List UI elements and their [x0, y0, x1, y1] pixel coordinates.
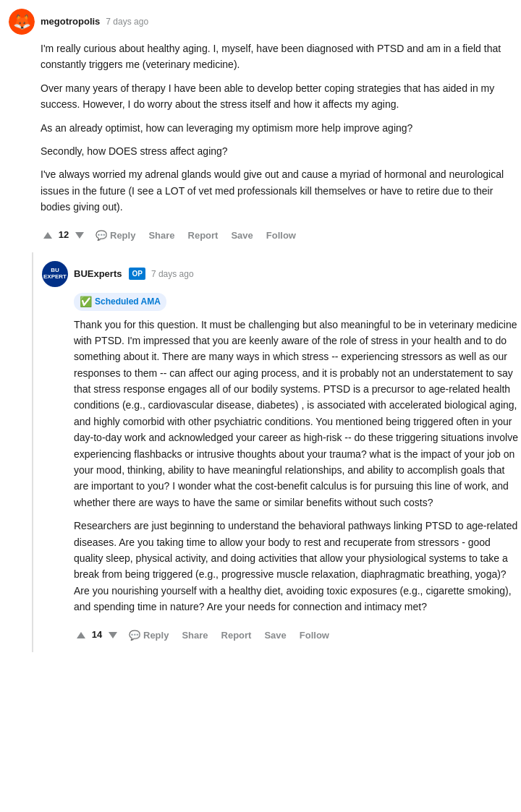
avatar-buexperts: BUEXPERT [42, 261, 68, 287]
op-badge: OP [129, 268, 145, 280]
comment-1-header: 🦊 megotropolis 7 days ago [9, 9, 512, 35]
vote-area-2: 14 [74, 628, 120, 642]
username-buexperts[interactable]: BUExperts [74, 267, 122, 281]
upvote-icon-1 [43, 232, 52, 239]
comment-icon-1: 💬 [96, 230, 107, 241]
vote-area-1: 12 [41, 228, 87, 242]
downvote-icon-1 [75, 232, 84, 239]
comment-1: 🦊 megotropolis 7 days ago I'm really cur… [0, 0, 521, 252]
comment-2-header: BUEXPERT BUExperts OP 7 days ago [42, 261, 521, 287]
avatar-megotropolis: 🦊 [9, 9, 35, 35]
comment-1-actions: 12 💬 Reply Share Report Save Follow [41, 221, 512, 252]
upvote-icon-2 [77, 632, 85, 638]
downvote-button-2[interactable] [106, 631, 120, 640]
upvote-button-1[interactable] [41, 231, 55, 240]
comment-2-body: ✅ Scheduled AMA Thank you for this quest… [42, 293, 521, 652]
check-icon: ✅ [80, 294, 92, 309]
username-megotropolis[interactable]: megotropolis [41, 14, 100, 29]
follow-button-1[interactable]: Follow [262, 227, 300, 244]
report-button-1[interactable]: Report [184, 227, 223, 244]
reply-button-2[interactable]: 💬 Reply [124, 627, 173, 644]
upvote-button-2[interactable] [74, 631, 88, 640]
reply-button-1[interactable]: 💬 Reply [91, 227, 140, 244]
scheduled-ama-badge: ✅ Scheduled AMA [74, 293, 166, 311]
vote-count-2: 14 [91, 628, 103, 642]
comment-2-actions: 14 💬 Reply Share Report Save [74, 621, 521, 652]
comment-2: BUEXPERT BUExperts OP 7 days ago ✅ Sched… [42, 252, 521, 652]
share-button-2[interactable]: Share [177, 627, 212, 644]
save-button-1[interactable]: Save [226, 227, 257, 244]
comment1-timestamp: 7 days ago [106, 15, 148, 28]
comment-icon-2: 💬 [129, 630, 140, 641]
comment-2-text: Thank you for this question. It must be … [74, 317, 521, 615]
downvote-button-1[interactable] [72, 231, 87, 240]
vote-count-1: 12 [58, 228, 69, 242]
comment2-timestamp: 7 days ago [151, 268, 194, 281]
comment-1-body: I'm really curious about healthy aging. … [9, 40, 512, 252]
report-button-2[interactable]: Report [217, 627, 256, 644]
share-button-1[interactable]: Share [144, 227, 179, 244]
comment-1-text: I'm really curious about healthy aging. … [41, 40, 512, 215]
save-button-2[interactable]: Save [260, 627, 290, 644]
downvote-icon-2 [109, 632, 117, 638]
follow-button-2[interactable]: Follow [295, 627, 334, 644]
reply-thread: BUEXPERT BUExperts OP 7 days ago ✅ Sched… [32, 252, 521, 652]
